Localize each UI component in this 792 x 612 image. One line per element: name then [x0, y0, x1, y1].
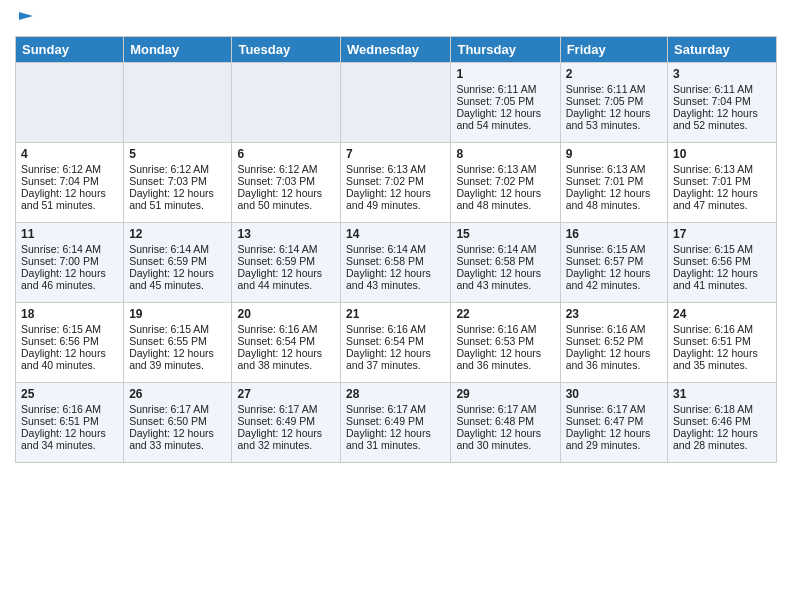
- day-number: 12: [129, 227, 226, 241]
- calendar-day-cell: 26Sunrise: 6:17 AMSunset: 6:50 PMDayligh…: [124, 383, 232, 463]
- day-info-line: Sunset: 6:58 PM: [346, 255, 445, 267]
- calendar-day-cell: 10Sunrise: 6:13 AMSunset: 7:01 PMDayligh…: [668, 143, 777, 223]
- day-number: 18: [21, 307, 118, 321]
- day-info-line: Daylight: 12 hours: [21, 347, 118, 359]
- day-info-line: and 37 minutes.: [346, 359, 445, 371]
- day-number: 26: [129, 387, 226, 401]
- day-info-line: Sunset: 6:54 PM: [237, 335, 335, 347]
- header: [15, 10, 777, 28]
- day-number: 7: [346, 147, 445, 161]
- day-number: 9: [566, 147, 662, 161]
- day-info-line: Sunset: 6:46 PM: [673, 415, 771, 427]
- day-info-line: Daylight: 12 hours: [129, 187, 226, 199]
- day-info-line: and 51 minutes.: [21, 199, 118, 211]
- day-info-line: and 49 minutes.: [346, 199, 445, 211]
- day-info-line: Daylight: 12 hours: [566, 347, 662, 359]
- day-info-line: and 31 minutes.: [346, 439, 445, 451]
- calendar-day-cell: 2Sunrise: 6:11 AMSunset: 7:05 PMDaylight…: [560, 63, 667, 143]
- day-number: 6: [237, 147, 335, 161]
- day-info-line: Daylight: 12 hours: [456, 427, 554, 439]
- weekday-header-friday: Friday: [560, 37, 667, 63]
- day-info-line: and 40 minutes.: [21, 359, 118, 371]
- calendar-day-cell: [124, 63, 232, 143]
- day-info-line: Sunset: 7:01 PM: [566, 175, 662, 187]
- day-info-line: Sunset: 6:59 PM: [129, 255, 226, 267]
- logo-flag-icon: [17, 10, 35, 28]
- day-info-line: Daylight: 12 hours: [346, 427, 445, 439]
- weekday-header-tuesday: Tuesday: [232, 37, 341, 63]
- day-info-line: Sunset: 6:56 PM: [673, 255, 771, 267]
- day-info-line: and 44 minutes.: [237, 279, 335, 291]
- day-info-line: Daylight: 12 hours: [346, 267, 445, 279]
- day-info-line: and 52 minutes.: [673, 119, 771, 131]
- day-info-line: and 36 minutes.: [456, 359, 554, 371]
- day-info-line: Sunset: 7:03 PM: [129, 175, 226, 187]
- day-info-line: Daylight: 12 hours: [129, 347, 226, 359]
- calendar-day-cell: 27Sunrise: 6:17 AMSunset: 6:49 PMDayligh…: [232, 383, 341, 463]
- calendar-day-cell: 1Sunrise: 6:11 AMSunset: 7:05 PMDaylight…: [451, 63, 560, 143]
- day-info-line: Sunset: 6:51 PM: [673, 335, 771, 347]
- day-info-line: Sunset: 6:59 PM: [237, 255, 335, 267]
- day-info-line: Sunrise: 6:17 AM: [346, 403, 445, 415]
- day-info-line: Sunset: 6:52 PM: [566, 335, 662, 347]
- calendar-day-cell: 23Sunrise: 6:16 AMSunset: 6:52 PMDayligh…: [560, 303, 667, 383]
- day-info-line: Sunrise: 6:15 AM: [21, 323, 118, 335]
- day-info-line: Sunset: 6:49 PM: [237, 415, 335, 427]
- calendar-day-cell: 8Sunrise: 6:13 AMSunset: 7:02 PMDaylight…: [451, 143, 560, 223]
- day-info-line: Sunrise: 6:17 AM: [237, 403, 335, 415]
- calendar-day-cell: 15Sunrise: 6:14 AMSunset: 6:58 PMDayligh…: [451, 223, 560, 303]
- day-number: 14: [346, 227, 445, 241]
- day-number: 24: [673, 307, 771, 321]
- calendar-day-cell: [16, 63, 124, 143]
- day-info-line: Daylight: 12 hours: [237, 427, 335, 439]
- day-info-line: and 43 minutes.: [346, 279, 445, 291]
- calendar-day-cell: 16Sunrise: 6:15 AMSunset: 6:57 PMDayligh…: [560, 223, 667, 303]
- day-info-line: and 48 minutes.: [456, 199, 554, 211]
- day-info-line: Daylight: 12 hours: [346, 347, 445, 359]
- day-info-line: Daylight: 12 hours: [673, 347, 771, 359]
- day-info-line: Daylight: 12 hours: [129, 267, 226, 279]
- day-number: 13: [237, 227, 335, 241]
- day-info-line: and 53 minutes.: [566, 119, 662, 131]
- day-number: 11: [21, 227, 118, 241]
- weekday-header-thursday: Thursday: [451, 37, 560, 63]
- calendar-day-cell: 28Sunrise: 6:17 AMSunset: 6:49 PMDayligh…: [341, 383, 451, 463]
- calendar-table: SundayMondayTuesdayWednesdayThursdayFrid…: [15, 36, 777, 463]
- day-info-line: Sunset: 7:04 PM: [21, 175, 118, 187]
- day-info-line: Sunset: 6:56 PM: [21, 335, 118, 347]
- day-info-line: Sunset: 6:55 PM: [129, 335, 226, 347]
- day-info-line: and 34 minutes.: [21, 439, 118, 451]
- day-info-line: Daylight: 12 hours: [237, 187, 335, 199]
- day-info-line: Sunrise: 6:12 AM: [129, 163, 226, 175]
- day-info-line: Daylight: 12 hours: [673, 107, 771, 119]
- day-info-line: Sunset: 6:49 PM: [346, 415, 445, 427]
- day-info-line: Daylight: 12 hours: [456, 347, 554, 359]
- calendar-day-cell: [232, 63, 341, 143]
- day-info-line: Sunset: 6:47 PM: [566, 415, 662, 427]
- calendar-day-cell: 24Sunrise: 6:16 AMSunset: 6:51 PMDayligh…: [668, 303, 777, 383]
- day-info-line: Daylight: 12 hours: [673, 267, 771, 279]
- calendar-day-cell: 3Sunrise: 6:11 AMSunset: 7:04 PMDaylight…: [668, 63, 777, 143]
- day-info-line: Sunrise: 6:16 AM: [566, 323, 662, 335]
- day-info-line: Sunset: 6:54 PM: [346, 335, 445, 347]
- day-info-line: Daylight: 12 hours: [237, 347, 335, 359]
- day-info-line: Daylight: 12 hours: [566, 187, 662, 199]
- day-number: 10: [673, 147, 771, 161]
- day-info-line: Sunrise: 6:17 AM: [456, 403, 554, 415]
- day-info-line: Sunrise: 6:14 AM: [456, 243, 554, 255]
- day-info-line: Daylight: 12 hours: [566, 267, 662, 279]
- day-info-line: Daylight: 12 hours: [456, 107, 554, 119]
- day-number: 8: [456, 147, 554, 161]
- day-info-line: Sunrise: 6:18 AM: [673, 403, 771, 415]
- calendar-week-row: 25Sunrise: 6:16 AMSunset: 6:51 PMDayligh…: [16, 383, 777, 463]
- day-info-line: Daylight: 12 hours: [237, 267, 335, 279]
- day-info-line: and 41 minutes.: [673, 279, 771, 291]
- day-info-line: Sunset: 6:53 PM: [456, 335, 554, 347]
- day-number: 25: [21, 387, 118, 401]
- calendar-week-row: 4Sunrise: 6:12 AMSunset: 7:04 PMDaylight…: [16, 143, 777, 223]
- day-info-line: Sunrise: 6:13 AM: [673, 163, 771, 175]
- day-info-line: Sunrise: 6:14 AM: [346, 243, 445, 255]
- day-number: 3: [673, 67, 771, 81]
- calendar-week-row: 1Sunrise: 6:11 AMSunset: 7:05 PMDaylight…: [16, 63, 777, 143]
- calendar-day-cell: 18Sunrise: 6:15 AMSunset: 6:56 PMDayligh…: [16, 303, 124, 383]
